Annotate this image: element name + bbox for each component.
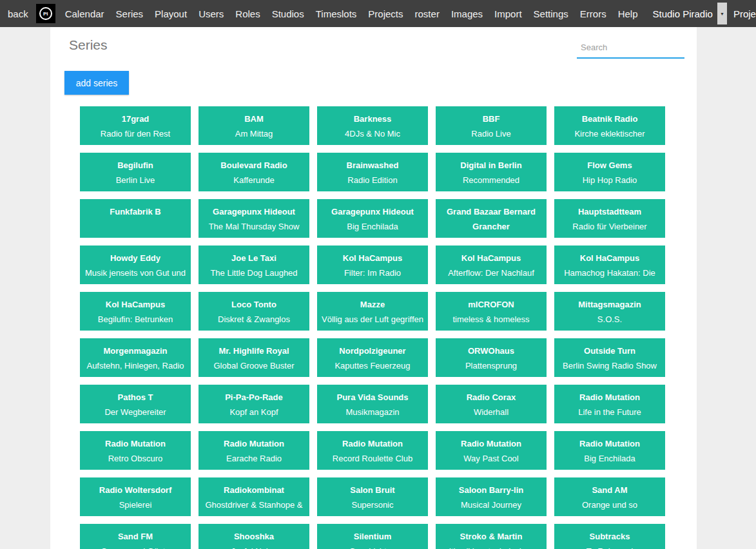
series-card[interactable]: Pathos TDer Wegbereiter [80, 385, 191, 423]
series-card[interactable]: Salon BruitSupersonic [317, 477, 428, 516]
series-card[interactable]: Pura Vida SoundsMusikmagazin [317, 385, 428, 423]
search-input[interactable] [577, 39, 684, 59]
studio-select[interactable]: Studio Piradio ▼ [653, 3, 727, 24]
series-card[interactable]: Grand Bazaar Bernard Grancher [436, 199, 547, 238]
series-card[interactable]: BegilufinBerlin Live [80, 153, 191, 191]
series-card[interactable]: Outside TurnBerlin Swing Radio Show [554, 338, 665, 377]
series-card[interactable]: Joe Le TaxiThe Little Dog Laughed [199, 246, 309, 284]
series-card[interactable]: BAMAm Mittag [199, 106, 309, 145]
series-card[interactable]: Garagepunx HideoutBig Enchilada [317, 199, 428, 238]
series-card[interactable]: Radio MutationBig Enchilada [554, 431, 665, 470]
series-card-subtitle: Life in the Future [557, 405, 663, 420]
series-card-title: Shooshka [201, 529, 307, 544]
series-card-subtitle: Filter: Im Radio [320, 265, 425, 281]
nav-item-errors[interactable]: Errors [574, 8, 612, 19]
nav-item-playout[interactable]: Playout [149, 8, 193, 19]
series-card[interactable]: Radio MutationWay Past Cool [436, 431, 547, 470]
series-card-subtitle: Radio Edition [320, 173, 425, 188]
series-card[interactable]: Howdy EddyMusik jenseits von Gut und [80, 246, 191, 284]
series-card[interactable]: Saloon Barry-linMusical Journey [436, 477, 547, 516]
series-card[interactable]: Radio MutationLife in the Future [554, 385, 665, 423]
series-card[interactable]: Sand FMOrange und Gäste [80, 524, 191, 549]
piradio-logo-icon[interactable]: PI [36, 4, 55, 23]
studio-select-value: Studio Piradio [653, 8, 717, 19]
nav-item-import[interactable]: Import [489, 8, 528, 19]
series-card[interactable]: Pi-Pa-Po-RadeKopf an Kopf [199, 385, 309, 423]
series-card[interactable]: Flow GemsHip Hop Radio [554, 153, 665, 191]
nav-item-images[interactable]: Images [445, 8, 489, 19]
project-select-value: Project 88vier [733, 8, 756, 19]
series-card[interactable]: RadiokombinatGhostdriver & Stanhope & [199, 477, 309, 516]
series-card[interactable]: Kol HaCampusBegilufin: Betrunken [80, 292, 191, 331]
nav-item-projects[interactable]: Projects [362, 8, 409, 19]
series-card-subtitle: Spielerei [82, 497, 188, 513]
series-card-subtitle: Musik jenseits von Gut und [82, 265, 188, 281]
series-card-title: Barkness [320, 111, 425, 126]
series-card-title: Boulevard Radio [201, 158, 307, 173]
series-card-subtitle: Big Enchilada [557, 451, 663, 467]
series-card-title: Joe Le Taxi [201, 251, 307, 265]
series-card[interactable]: Radio MutationRecord Roulette Club [317, 431, 428, 470]
nav-item-roles[interactable]: Roles [229, 8, 266, 19]
series-card[interactable]: Loco TontoDiskret & Zwanglos [199, 292, 309, 331]
series-card[interactable]: MorgenmagazinAufstehn, Hinlegen, Radio [80, 338, 191, 377]
nav-item-roster[interactable]: roster [409, 8, 445, 19]
series-card[interactable]: MazzeVöllig aus der Luft gegriffen [317, 292, 428, 331]
series-card[interactable]: Kol HaCampusHamachog Hakatan: Die [554, 246, 665, 284]
series-card[interactable]: Sand AMOrange und so [554, 477, 665, 516]
series-card-title: ORWOhaus [438, 343, 544, 358]
series-card-title: Silentium [320, 529, 425, 544]
series-card[interactable]: Kol HaCampusAfterflow: Der Nachlauf [436, 246, 547, 284]
series-card[interactable]: Kol HaCampusFilter: Im Radio [317, 246, 428, 284]
series-card[interactable]: Garagepunx HideoutThe Mal Thursday Show [199, 199, 309, 238]
project-select[interactable]: Project 88vier ▼ [733, 3, 756, 24]
series-card[interactable]: HauptstadtteamRadio für Vierbeiner [554, 199, 665, 238]
series-card[interactable]: SubtracksTo Released [554, 524, 665, 549]
series-card[interactable]: ShooshkaJoyful Noise [199, 524, 309, 549]
back-button[interactable]: back [6, 8, 34, 19]
series-card-subtitle: Afterflow: Der Nachlauf [438, 265, 544, 281]
series-card[interactable]: Boulevard RadioKafferunde [199, 153, 309, 191]
series-card[interactable]: Radio CoraxWiderhall [436, 385, 547, 423]
series-card[interactable]: BBFRadio Live [436, 106, 547, 145]
series-card[interactable]: ORWOhausPlattensprung [436, 338, 547, 377]
series-card[interactable]: Digital in BerlinRecommended [436, 153, 547, 191]
series-card-title: Salon Bruit [320, 483, 425, 497]
series-card[interactable]: MittagsmagazinS.O.S. [554, 292, 665, 331]
nav-item-users[interactable]: Users [193, 8, 229, 19]
nav-item-calendar[interactable]: Calendar [59, 8, 110, 19]
series-card[interactable]: NordpolzigeunerKaputtes Feuerzeug [317, 338, 428, 377]
series-card-title: Begilufin [82, 158, 188, 173]
series-card[interactable]: Mr. Highlife RoyalGlobal Groove Buster [199, 338, 309, 377]
add-series-button[interactable]: add series [64, 71, 129, 95]
series-card[interactable]: Radio WoltersdorfSpielerei [80, 477, 191, 516]
series-card-subtitle: Diskret & Zwanglos [201, 312, 307, 327]
series-card[interactable]: Radio MutationRetro Obscuro [80, 431, 191, 470]
series-card[interactable]: 17gradRadio für den Rest [80, 106, 191, 145]
series-card-title: Kol HaCampus [438, 251, 544, 265]
series-card-subtitle: Radio für den Rest [82, 126, 188, 142]
nav-item-help[interactable]: Help [612, 8, 644, 19]
series-card[interactable]: SilentiumGeschichten [317, 524, 428, 549]
chevron-down-icon[interactable]: ▼ [717, 3, 727, 24]
nav-item-settings[interactable]: Settings [528, 8, 574, 19]
content-panel: Series add series 17gradRadio für den Re… [50, 27, 697, 549]
series-card-subtitle: Am Mittag [201, 126, 307, 142]
series-card-title: Mittagsmagazin [557, 297, 663, 312]
series-card[interactable]: Stroko & MartinIt's all in a technicolou… [436, 524, 547, 549]
series-card[interactable]: Funkfabrik B [80, 199, 191, 238]
series-card[interactable]: Barkness4DJs & No Mic [317, 106, 428, 145]
series-card-title: Morgenmagazin [82, 343, 188, 358]
series-card-title: Kol HaCampus [557, 251, 663, 265]
nav-item-timeslots[interactable]: Timeslots [310, 8, 363, 19]
series-card[interactable]: mICROFONtimeless & homeless [436, 292, 547, 331]
series-card-title: Radio Mutation [201, 436, 307, 451]
series-card[interactable]: BrainwashedRadio Edition [317, 153, 428, 191]
series-card-title: Radio Corax [438, 390, 544, 405]
nav-item-series[interactable]: Series [110, 8, 150, 19]
nav-item-studios[interactable]: Studios [266, 8, 310, 19]
series-card-title: Hauptstadtteam [557, 204, 663, 219]
series-card[interactable]: Beatnik RadioKirche eklektischer [554, 106, 665, 145]
series-card-title: Grand Bazaar Bernard Grancher [438, 204, 544, 234]
series-card[interactable]: Radio MutationEarache Radio [199, 431, 309, 470]
